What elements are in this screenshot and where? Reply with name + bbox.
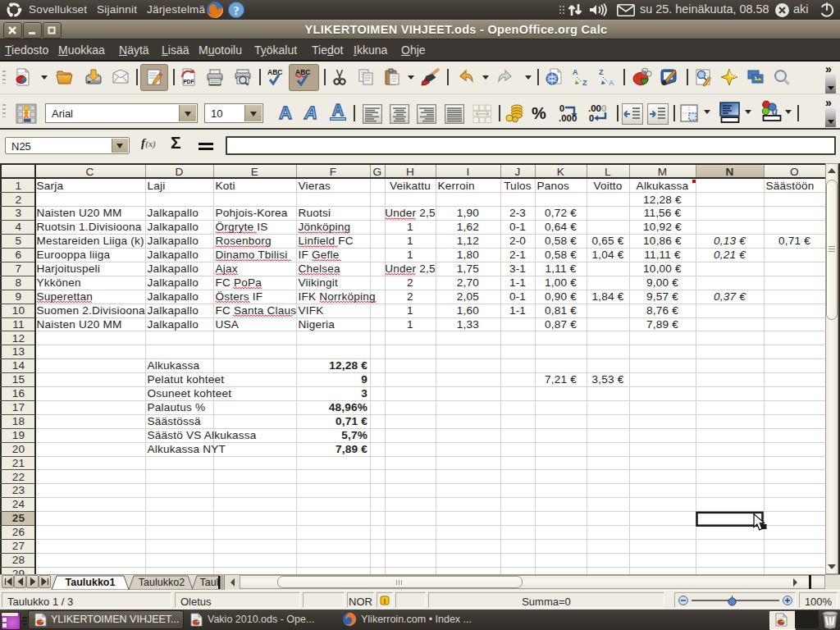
svg-text:12: 12 — [12, 332, 25, 345]
svg-text:Ruotsi: Ruotsi — [299, 207, 331, 219]
svg-text:G: G — [373, 166, 382, 178]
svg-text:%: % — [642, 70, 647, 75]
svg-text:8: 8 — [16, 276, 22, 289]
svg-text:Harjoituspeli: Harjoituspeli — [37, 262, 100, 275]
svg-text:Panos: Panos — [537, 180, 570, 192]
svg-text:Laji: Laji — [148, 180, 166, 192]
svg-text:2-3: 2-3 — [509, 207, 526, 219]
svg-text:Linfield FC: Linfield FC — [299, 235, 354, 247]
svg-text:E: E — [251, 166, 258, 178]
svg-text:0: 0 — [601, 103, 606, 113]
svg-text:Alkukassa: Alkukassa — [637, 180, 689, 192]
svg-text:C: C — [85, 166, 94, 178]
svg-text:2-1: 2-1 — [509, 249, 526, 261]
svg-text:9: 9 — [361, 373, 368, 386]
svg-text:8,76 €: 8,76 € — [646, 304, 678, 317]
svg-text:Örgryte IS: Örgryte IS — [216, 221, 268, 233]
svg-text:48,96%: 48,96% — [329, 401, 368, 413]
svg-text:Taulukko1: Taulukko1 — [66, 577, 116, 588]
svg-text:7,89 €: 7,89 € — [646, 318, 678, 331]
svg-text:Under 2,5: Under 2,5 — [385, 207, 436, 219]
svg-text:Naisten U20 MM: Naisten U20 MM — [37, 318, 122, 331]
svg-text:1: 1 — [407, 304, 413, 317]
svg-text:Eurooppa liiga: Eurooppa liiga — [37, 249, 111, 261]
svg-text:2: 2 — [407, 290, 413, 303]
svg-text:Taul: Taul — [200, 577, 219, 588]
svg-text:1: 1 — [407, 221, 413, 233]
svg-text:11,11 €: 11,11 € — [644, 249, 681, 261]
svg-text:9: 9 — [16, 290, 22, 303]
svg-text:Vieras: Vieras — [299, 180, 331, 192]
svg-text:4: 4 — [16, 221, 22, 233]
svg-text:Jalkapallo: Jalkapallo — [148, 249, 199, 261]
svg-text:Jalkapallo: Jalkapallo — [148, 318, 199, 331]
svg-text:1,60: 1,60 — [457, 304, 479, 317]
svg-text:Pelatut kohteet: Pelatut kohteet — [148, 373, 225, 386]
svg-text:L: L — [605, 166, 611, 178]
svg-text:Sarja: Sarja — [37, 180, 64, 192]
svg-text:6: 6 — [16, 249, 22, 261]
svg-text:1-1: 1-1 — [509, 276, 526, 289]
svg-text:0,72 €: 0,72 € — [545, 207, 577, 219]
svg-text:14: 14 — [12, 359, 25, 372]
svg-text:1: 1 — [407, 318, 413, 331]
svg-text:!: ! — [384, 597, 386, 605]
svg-text:Veikattu: Veikattu — [390, 180, 431, 192]
svg-text:26: 26 — [12, 526, 25, 538]
svg-text:Dinamo Tbilisi: Dinamo Tbilisi — [216, 249, 288, 261]
svg-text:1,75: 1,75 — [457, 262, 479, 275]
svg-text:F: F — [330, 166, 337, 178]
svg-text:Suomen 2.Divisioona: Suomen 2.Divisioona — [37, 304, 145, 317]
svg-text:10,92 €: 10,92 € — [643, 221, 682, 233]
svg-text:0,64 €: 0,64 € — [545, 221, 577, 233]
svg-text:1,90: 1,90 — [457, 207, 479, 219]
svg-text:VIFK: VIFK — [299, 304, 324, 317]
svg-text:0,81 €: 0,81 € — [545, 304, 577, 317]
svg-text:Naisten U20 MM: Naisten U20 MM — [37, 207, 122, 219]
svg-text:24: 24 — [12, 498, 25, 510]
svg-text:3-1: 3-1 — [509, 262, 526, 275]
svg-text:18: 18 — [12, 415, 25, 427]
svg-text:Viikingit: Viikingit — [299, 276, 338, 289]
svg-text:27: 27 — [12, 540, 25, 552]
svg-text:1,80: 1,80 — [457, 249, 479, 261]
svg-text:7,21 €: 7,21 € — [545, 373, 577, 386]
svg-text:0,90 €: 0,90 € — [545, 290, 577, 303]
svg-text:2-0: 2-0 — [509, 235, 526, 247]
svg-text:D: D — [175, 166, 183, 178]
svg-text:?: ? — [234, 5, 240, 17]
svg-text:Säästössä: Säästössä — [148, 415, 202, 427]
svg-text:0,58 €: 0,58 € — [545, 249, 577, 261]
svg-text:Ajax: Ajax — [216, 262, 238, 275]
svg-text:15: 15 — [12, 373, 25, 386]
svg-text:9,00 €: 9,00 € — [646, 276, 678, 289]
svg-text:29: 29 — [12, 568, 25, 574]
svg-text:1: 1 — [407, 249, 413, 261]
svg-text:3: 3 — [16, 207, 22, 219]
svg-text:2: 2 — [407, 276, 413, 289]
svg-text:FC PoPa: FC PoPa — [216, 276, 262, 289]
svg-text:7,89 €: 7,89 € — [336, 443, 368, 455]
svg-text:2: 2 — [16, 194, 22, 206]
svg-text:16: 16 — [12, 387, 25, 399]
svg-text:Tulos: Tulos — [504, 180, 532, 192]
svg-text:Mestareiden Liiga (k): Mestareiden Liiga (k) — [37, 235, 144, 247]
svg-text:Koti: Koti — [216, 180, 235, 192]
svg-text:11: 11 — [12, 318, 25, 331]
svg-text:Jalkapallo: Jalkapallo — [148, 262, 199, 275]
svg-text:Voitto: Voitto — [593, 180, 622, 192]
svg-text:12,28 €: 12,28 € — [643, 194, 682, 206]
svg-text:J: J — [515, 166, 521, 178]
svg-text:Rosenborg: Rosenborg — [216, 235, 272, 247]
svg-text:Säästöön: Säästöön — [766, 180, 815, 192]
svg-text:Jönköping: Jönköping — [299, 221, 351, 233]
svg-text:2,05: 2,05 — [457, 290, 479, 303]
svg-text:USA: USA — [216, 318, 240, 331]
svg-text:H: H — [406, 166, 414, 178]
svg-text:Jalkapallo: Jalkapallo — [148, 235, 199, 247]
svg-text:1: 1 — [407, 235, 413, 247]
svg-text:12,28 €: 12,28 € — [329, 359, 368, 372]
svg-text:5: 5 — [16, 235, 22, 247]
svg-text:Jalkapallo: Jalkapallo — [148, 290, 199, 303]
svg-text:Nigeria: Nigeria — [299, 318, 336, 331]
